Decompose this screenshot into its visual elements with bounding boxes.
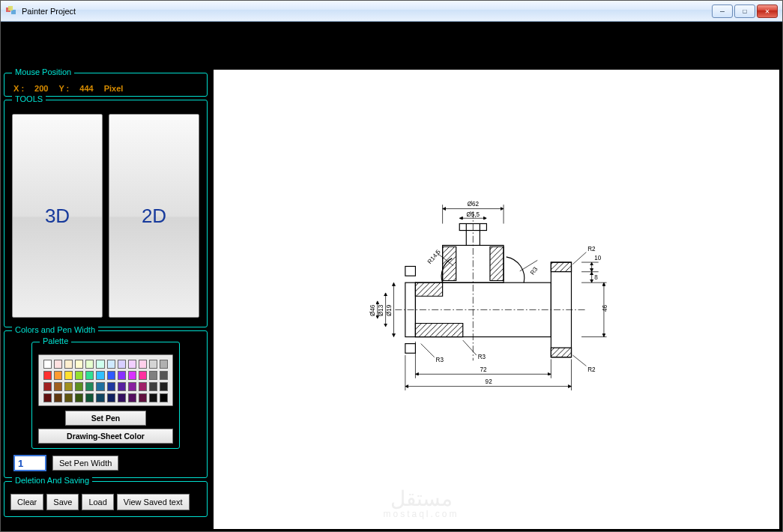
svg-text:Ø62: Ø62: [467, 201, 479, 208]
palette-swatch[interactable]: [139, 371, 147, 380]
palette-swatch[interactable]: [96, 382, 104, 391]
palette-swatch[interactable]: [96, 393, 104, 402]
palette-legend: Palette: [40, 336, 71, 345]
palette-swatch[interactable]: [85, 382, 94, 391]
svg-rect-2: [8, 6, 13, 10]
palette-swatch[interactable]: [43, 360, 52, 369]
sidebar-spacer-top: [4, 25, 208, 70]
pen-width-input[interactable]: [13, 455, 46, 471]
palette-swatch[interactable]: [75, 382, 83, 391]
set-pen-button[interactable]: Set Pen: [65, 411, 146, 426]
watermark: مستقل mostaql.com: [384, 489, 459, 519]
colors-pen-group: Colors and Pen Width Palette Set Pen Dra…: [4, 330, 208, 478]
mouse-x-label: X :: [13, 84, 24, 93]
palette-swatch[interactable]: [107, 393, 115, 402]
palette-swatch[interactable]: [64, 360, 73, 369]
palette-swatch[interactable]: [96, 360, 104, 369]
palette-swatch[interactable]: [75, 360, 83, 369]
svg-text:Ø19: Ø19: [385, 304, 392, 316]
window-title: Painter Project: [22, 7, 76, 16]
palette-swatch[interactable]: [64, 382, 73, 391]
palette-swatch[interactable]: [118, 360, 126, 369]
palette-swatch[interactable]: [96, 371, 104, 380]
deletion-saving-group: Deletion And Saving Clear Save Load View…: [4, 481, 208, 517]
palette-swatch[interactable]: [85, 360, 94, 369]
palette-row: [43, 382, 168, 391]
canvas[interactable]: Ø62 Ø5,5 10 8 46: [214, 70, 779, 529]
mouse-y-value: 444: [79, 84, 93, 93]
palette-swatch[interactable]: [139, 382, 147, 391]
palette-swatches: [38, 354, 173, 406]
palette-swatch[interactable]: [128, 360, 136, 369]
palette-swatch[interactable]: [149, 371, 157, 380]
palette-swatch[interactable]: [43, 382, 52, 391]
svg-text:R14,5: R14,5: [426, 248, 441, 265]
svg-text:10: 10: [594, 255, 602, 262]
view-saved-text-button[interactable]: View Saved text: [117, 494, 190, 510]
watermark-small: mostaql.com: [384, 510, 459, 519]
mouse-unit: Pixel: [104, 84, 124, 93]
svg-text:46: 46: [601, 304, 608, 312]
palette-swatch[interactable]: [75, 393, 83, 402]
sidebar: Mouse Position X : 200 Y : 444 Pixel TOO…: [4, 25, 208, 529]
palette-swatch[interactable]: [128, 382, 136, 391]
svg-text:8: 8: [594, 273, 598, 280]
palette-swatch[interactable]: [54, 393, 62, 402]
tool-2d-button[interactable]: 2D: [109, 114, 199, 318]
canvas-column: Ø62 Ø5,5 10 8 46: [208, 25, 779, 529]
maximize-button[interactable]: ☐: [734, 4, 755, 18]
palette-swatch[interactable]: [43, 371, 52, 380]
deletion-saving-legend: Deletion And Saving: [12, 476, 92, 485]
titlebar: Painter Project — ☐ ✕: [1, 1, 782, 22]
svg-rect-7: [405, 266, 415, 276]
palette-swatch[interactable]: [64, 393, 73, 402]
palette-swatch[interactable]: [85, 371, 94, 380]
palette-swatch[interactable]: [128, 371, 136, 380]
pen-width-row: Set Pen Width: [9, 453, 202, 471]
svg-line-48: [420, 343, 434, 357]
svg-text:R3: R3: [477, 354, 486, 360]
palette-swatch[interactable]: [149, 382, 157, 391]
palette-swatch[interactable]: [149, 393, 157, 402]
close-button[interactable]: ✕: [757, 4, 778, 18]
palette-swatch[interactable]: [149, 360, 157, 369]
drawing-sheet-color-button[interactable]: Drawing-Sheet Color: [38, 429, 173, 444]
save-button[interactable]: Save: [46, 494, 79, 510]
palette-swatch[interactable]: [139, 393, 147, 402]
tools-group: TOOLS 3D 2D: [4, 100, 208, 327]
tool-3d-button[interactable]: 3D: [12, 114, 103, 318]
palette-swatch[interactable]: [54, 371, 62, 380]
svg-line-50: [462, 340, 476, 355]
palette-group: Palette Set Pen Drawing-Sheet Color: [31, 342, 180, 449]
palette-swatch[interactable]: [160, 382, 168, 391]
palette-swatch[interactable]: [128, 393, 136, 402]
tools-legend: TOOLS: [12, 94, 46, 103]
palette-swatch[interactable]: [139, 360, 147, 369]
client-area: Mouse Position X : 200 Y : 444 Pixel TOO…: [1, 22, 782, 532]
palette-swatch[interactable]: [118, 382, 126, 391]
palette-swatch[interactable]: [118, 393, 126, 402]
load-button[interactable]: Load: [82, 494, 113, 510]
set-pen-width-button[interactable]: Set Pen Width: [52, 456, 118, 471]
svg-text:Ø46: Ø46: [369, 304, 376, 316]
palette-swatch[interactable]: [64, 371, 73, 380]
palette-swatch[interactable]: [85, 393, 94, 402]
palette-swatch[interactable]: [54, 382, 62, 391]
palette-row: [43, 360, 168, 369]
palette-swatch[interactable]: [118, 371, 126, 380]
palette-swatch[interactable]: [75, 371, 83, 380]
palette-swatch[interactable]: [107, 371, 115, 380]
palette-swatch[interactable]: [107, 382, 115, 391]
clear-button[interactable]: Clear: [10, 494, 43, 510]
svg-line-54: [572, 355, 586, 366]
mouse-x-value: 200: [34, 84, 48, 93]
palette-swatch[interactable]: [54, 360, 62, 369]
palette-swatch[interactable]: [160, 371, 168, 380]
palette-swatch[interactable]: [107, 360, 115, 369]
minimize-button[interactable]: —: [712, 4, 733, 18]
palette-swatch[interactable]: [160, 360, 168, 369]
palette-row: [43, 393, 168, 402]
mouse-position-legend: Mouse Position: [12, 67, 74, 76]
palette-swatch[interactable]: [43, 393, 52, 402]
palette-swatch[interactable]: [160, 393, 168, 402]
